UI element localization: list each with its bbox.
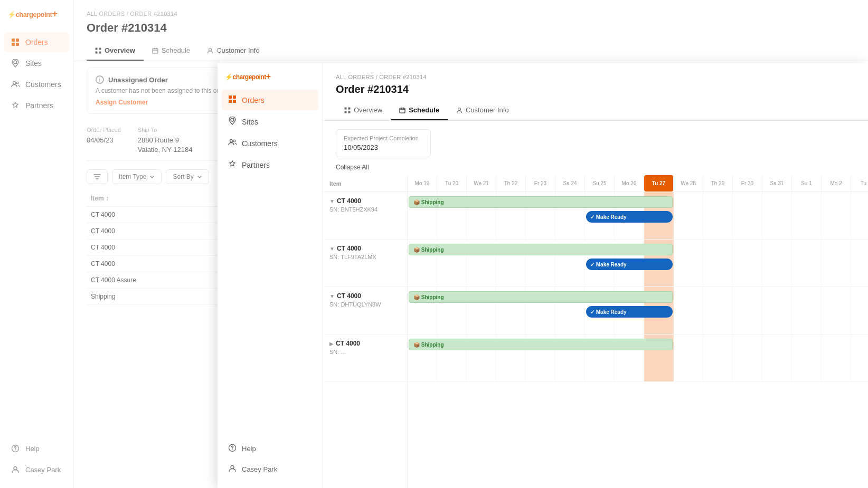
timeline-col: Mo 26: [615, 175, 644, 192]
expanded-partners-label: Partners: [242, 161, 270, 169]
sort-by-filter-button[interactable]: Sort By: [166, 169, 209, 184]
sidebar-item-partners[interactable]: Partners: [4, 95, 69, 116]
gantt-cell: [822, 192, 851, 239]
sidebar-item-help[interactable]: Help: [4, 438, 69, 458]
gantt-cell: [703, 192, 733, 239]
bg-ship-to-label: Ship To: [138, 127, 193, 133]
sidebar: ⚡chargepoint+ Orders Sites Customers: [0, 0, 74, 488]
svg-rect-1: [16, 39, 19, 42]
gantt-label-row-3: ▼ CT 4000 SN: DHTUQLYN8W: [323, 287, 407, 334]
gantt-bar-shipping[interactable]: 📦 Shipping: [409, 244, 673, 255]
schedule-tab-customerinfo[interactable]: Customer Info: [448, 101, 517, 120]
item-type-label: Item Type: [119, 173, 146, 180]
svg-point-21: [230, 140, 233, 142]
gantt-row: 📦 Shipping: [408, 334, 868, 382]
gantt-cell: [762, 334, 792, 381]
gantt-bar-makeready[interactable]: ✓ Make Ready: [586, 211, 673, 223]
gantt-cell: [733, 240, 762, 286]
bg-assign-customer-link[interactable]: Assign Customer: [96, 99, 148, 106]
expanded-sidebar-bottom: Help Casey Park: [218, 430, 323, 488]
timeline-col: Tu 3: [851, 175, 868, 192]
gantt-cell: [822, 287, 851, 334]
gantt-cell: [792, 192, 822, 239]
expanded-item-sites[interactable]: Sites: [222, 111, 318, 132]
sidebar-item-orders[interactable]: Orders: [4, 32, 69, 52]
gantt-row: 📦 Shipping✓ Make ReadyInstall○ Pinpoint○…: [408, 287, 868, 334]
gantt-cell: [674, 192, 703, 239]
bg-tab-schedule[interactable]: Schedule: [144, 41, 199, 61]
gantt-bar-shipping[interactable]: 📦 Shipping: [409, 339, 673, 350]
gantt-bar-makeready[interactable]: ✓ Make Ready: [586, 259, 673, 270]
expanded-customers-label: Customers: [242, 139, 278, 148]
gantt-item-3-sn: SN: DHTUQLYN8W: [329, 301, 401, 308]
schedule-title: Order #210314: [336, 83, 855, 95]
sidebar-item-sites[interactable]: Sites: [4, 53, 69, 73]
svg-rect-17: [233, 95, 236, 99]
gantt-bar-makeready[interactable]: ✓ Make Ready: [586, 306, 673, 318]
svg-rect-28: [345, 111, 347, 113]
expanded-item-orders[interactable]: Orders: [222, 90, 318, 110]
expanded-orders-icon: [228, 95, 237, 105]
logo-text: ⚡chargepoint+: [7, 8, 66, 20]
expanded-item-help[interactable]: Help: [222, 438, 318, 459]
svg-rect-2: [12, 43, 15, 46]
chevron-2-icon[interactable]: ▼: [329, 246, 335, 252]
gantt-row: 📦 Shipping✓ Make ReadyInstall○ Pinpoint○…: [408, 240, 868, 287]
timeline-header: Mo 19Tu 20We 21Th 22Fr 23Sa 24Su 25Mo 26…: [408, 175, 868, 192]
gantt-cell: [703, 240, 733, 286]
expanded-item-partners[interactable]: Partners: [222, 155, 318, 175]
expanded-item-user[interactable]: Casey Park: [222, 459, 318, 480]
bg-tab-schedule-label: Schedule: [162, 46, 190, 54]
svg-point-8: [15, 449, 15, 450]
svg-rect-14: [153, 49, 158, 53]
gantt-item-2-sn: SN: TLF9TA2LMX: [329, 254, 401, 260]
collapse-all-button[interactable]: Collapse All: [323, 164, 868, 175]
project-completion-box: Expected Project Completion 10/05/2023: [336, 129, 431, 157]
gantt-cell: [703, 287, 733, 334]
timeline-col: We 28: [674, 175, 703, 192]
customers-icon: [11, 80, 20, 89]
gantt-bar-shipping[interactable]: 📦 Shipping: [409, 291, 673, 303]
gantt-cell: [762, 192, 792, 239]
schedule-tab-schedule[interactable]: Schedule: [391, 101, 448, 120]
bg-tab-overview[interactable]: Overview: [87, 41, 144, 61]
expanded-item-customers[interactable]: Customers: [222, 133, 318, 154]
chevron-3-icon[interactable]: ▼: [329, 293, 335, 299]
svg-rect-13: [99, 51, 101, 53]
gantt-chart: Item ▼ CT 4000 SN: BNT5HZXK94: [323, 175, 868, 488]
gantt-item-2-name: ▼ CT 4000: [329, 245, 401, 252]
svg-point-20: [231, 118, 234, 121]
bg-order-placed-label: Order Placed: [87, 127, 121, 133]
gantt-item-1-sn: SN: BNT5HZXK94: [329, 206, 401, 213]
project-completion-value: 10/05/2023: [344, 143, 423, 151]
svg-rect-30: [400, 108, 405, 113]
gantt-rows-container: 📦 Shipping✓ Make ReadyInstall○ Pinpoint○…: [408, 192, 868, 382]
bg-header: ALL ORDERS / ORDER #210314 Order #210314…: [74, 0, 868, 61]
bg-breadcrumb: ALL ORDERS / ORDER #210314: [87, 11, 855, 17]
chevron-1-icon[interactable]: ▼: [329, 198, 335, 204]
sidebar-item-orders-label: Orders: [25, 38, 48, 46]
bg-tab-customerinfo-label: Customer Info: [216, 46, 260, 54]
gantt-item-4-name: ▶ CT 4000: [329, 340, 401, 347]
filter-icon-button[interactable]: [87, 169, 108, 184]
gantt-cell: [792, 334, 822, 381]
gantt-label-row-1: ▼ CT 4000 SN: BNT5HZXK94: [323, 192, 407, 240]
expanded-help-icon: [228, 444, 237, 454]
schedule-tab-overview[interactable]: Overview: [336, 101, 391, 120]
gantt-bar-shipping[interactable]: 📦 Shipping: [409, 196, 673, 208]
timeline-col: Mo 19: [408, 175, 437, 192]
sidebar-item-customers[interactable]: Customers: [4, 74, 69, 94]
timeline-col: Th 22: [496, 175, 526, 192]
item-col-header: Item: [323, 175, 407, 192]
gantt-row: 📦 Shipping✓ Make ReadyInstall○ Pinpoint○…: [408, 192, 868, 240]
bg-tab-overview-label: Overview: [105, 46, 135, 54]
item-type-filter-button[interactable]: Item Type: [112, 169, 162, 184]
gantt-cell: [851, 287, 868, 334]
sidebar-item-user[interactable]: Casey Park: [4, 460, 69, 480]
chevron-4-icon[interactable]: ▶: [329, 341, 334, 347]
svg-point-5: [13, 82, 16, 84]
expanded-sites-icon: [228, 117, 237, 127]
gantt-timeline[interactable]: Mo 19Tu 20We 21Th 22Fr 23Sa 24Su 25Mo 26…: [408, 175, 868, 488]
bg-tab-customerinfo[interactable]: Customer Info: [199, 41, 268, 61]
gantt-cell: [762, 287, 792, 334]
